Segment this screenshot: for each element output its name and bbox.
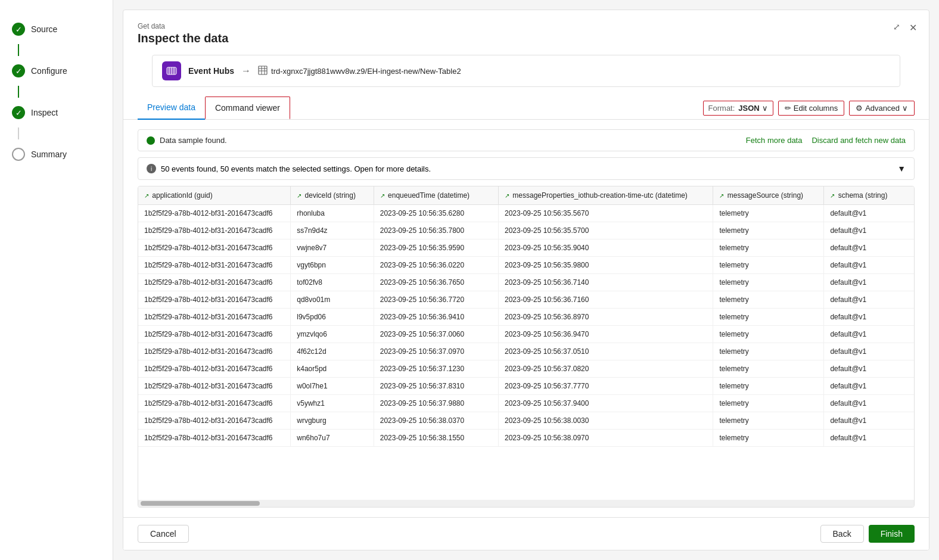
table-scroll-wrapper[interactable]: ↗ applicationId (guid) ↗ deviceId (strin…: [138, 186, 914, 500]
scrollbar-thumb[interactable]: [141, 501, 260, 506]
table-icon-container: trd-xgnxc7jjgt881wwv8w.z9/EH-ingest-new/…: [258, 66, 461, 77]
finish-button[interactable]: Finish: [869, 525, 915, 543]
table-cell: 1b2f5f29-a78b-4012-bf31-2016473cadf6: [138, 257, 291, 274]
table-cell: 2023-09-25 10:56:37.9400: [499, 395, 713, 412]
table-row: 1b2f5f29-a78b-4012-bf31-2016473cadf6wrvg…: [138, 412, 914, 430]
table-row: 1b2f5f29-a78b-4012-bf31-2016473cadf6vwjn…: [138, 239, 914, 257]
table-cell: 2023-09-25 10:56:38.0030: [499, 412, 713, 430]
col-header-enqueuedTime[interactable]: ↗ enqueuedTime (datetime): [374, 186, 498, 205]
status-left: Data sample found.: [147, 136, 227, 145]
col-header-schema[interactable]: ↗ schema (string): [824, 186, 914, 205]
tab-command-viewer[interactable]: Command viewer: [205, 97, 290, 120]
table-cell: 2023-09-25 10:56:37.0510: [499, 343, 713, 360]
table-row: 1b2f5f29-a78b-4012-bf31-2016473cadf6wn6h…: [138, 430, 914, 447]
source-label: Event Hubs: [188, 66, 234, 76]
sort-icon-enqueuedTime: ↗: [380, 192, 385, 199]
events-bar: i 50 events found, 50 events match the s…: [138, 157, 915, 180]
table-cell: default@v1: [824, 205, 914, 222]
horizontal-scrollbar[interactable]: [138, 500, 914, 507]
advanced-chevron-icon: ∨: [902, 104, 908, 113]
fetch-more-link[interactable]: Fetch more data: [746, 136, 803, 145]
table-cell: 2023-09-25 10:56:35.9590: [374, 239, 498, 257]
table-cell: k4aor5pd: [291, 360, 374, 378]
table-cell: 2023-09-25 10:56:37.0820: [499, 360, 713, 378]
connector-source-configure: [18, 44, 19, 56]
tab-preview-data[interactable]: Preview data: [138, 97, 205, 120]
connector-configure-inspect: [18, 86, 19, 98]
sidebar-item-summary[interactable]: Summary: [0, 139, 113, 169]
back-button[interactable]: Back: [820, 525, 864, 543]
table-cell: telemetry: [713, 309, 824, 326]
table-cell: 2023-09-25 10:56:37.8310: [374, 378, 498, 395]
table-cell: 2023-09-25 10:56:37.9880: [374, 395, 498, 412]
footer-left: Cancel: [138, 525, 189, 543]
col-header-applicationId[interactable]: ↗ applicationId (guid): [138, 186, 291, 205]
table-cell: 1b2f5f29-a78b-4012-bf31-2016473cadf6: [138, 343, 291, 360]
content-area: Data sample found. Fetch more data Disca…: [123, 120, 929, 517]
table-cell: 2023-09-25 10:56:35.9800: [499, 257, 713, 274]
sort-icon-messageSource: ↗: [719, 192, 724, 199]
table-cell: rhonluba: [291, 205, 374, 222]
sidebar-item-source[interactable]: ✓ Source: [0, 14, 113, 44]
main-content: Get data Inspect the data ⤢ ✕ Event Hubs…: [113, 0, 939, 560]
table-cell: 1b2f5f29-a78b-4012-bf31-2016473cadf6: [138, 239, 291, 257]
sidebar-item-inspect[interactable]: ✓ Inspect: [0, 98, 113, 127]
table-row: 1b2f5f29-a78b-4012-bf31-2016473cadf6tof0…: [138, 274, 914, 291]
table-cell: 2023-09-25 10:56:36.0220: [374, 257, 498, 274]
connector-inspect-summary: [18, 127, 19, 139]
col-header-messageSource[interactable]: ↗ messageSource (string): [713, 186, 824, 205]
cancel-button[interactable]: Cancel: [138, 525, 189, 543]
modal-header: Get data Inspect the data ⤢ ✕ Event Hubs…: [123, 10, 929, 97]
col-header-deviceId[interactable]: ↗ deviceId (string): [291, 186, 374, 205]
col-header-messageProperties[interactable]: ↗ messageProperties_iothub-creation-time…: [499, 186, 713, 205]
format-value: JSON: [738, 104, 759, 113]
configure-step-icon: ✓: [12, 64, 25, 77]
advanced-label: Advanced: [865, 104, 900, 113]
expand-button[interactable]: ⤢: [891, 20, 903, 34]
table-row: 1b2f5f29-a78b-4012-bf31-2016473cadf6qd8v…: [138, 291, 914, 309]
sidebar-item-configure[interactable]: ✓ Configure: [0, 56, 113, 86]
table-cell: telemetry: [713, 360, 824, 378]
table-cell: default@v1: [824, 239, 914, 257]
table-cell: default@v1: [824, 222, 914, 239]
table-cell: telemetry: [713, 395, 824, 412]
table-cell: 2023-09-25 10:56:36.7140: [499, 274, 713, 291]
data-table: ↗ applicationId (guid) ↗ deviceId (strin…: [138, 186, 914, 447]
table-row: 1b2f5f29-a78b-4012-bf31-2016473cadf6l9v5…: [138, 309, 914, 326]
sort-icon-schema: ↗: [830, 192, 835, 199]
table-cell: 2023-09-25 10:56:35.5670: [499, 205, 713, 222]
sort-icon-messageProperties: ↗: [505, 192, 509, 199]
table-cell: default@v1: [824, 430, 914, 447]
table-cell: 2023-09-25 10:56:38.0370: [374, 412, 498, 430]
inspect-step-icon: ✓: [12, 106, 25, 119]
events-chevron-icon[interactable]: ▼: [897, 164, 906, 173]
table-cell: default@v1: [824, 378, 914, 395]
edit-columns-button[interactable]: ✏ Edit columns: [778, 101, 844, 116]
table-row: 1b2f5f29-a78b-4012-bf31-2016473cadf6w0ol…: [138, 378, 914, 395]
table-cell: telemetry: [713, 257, 824, 274]
table-cell: 4f62c12d: [291, 343, 374, 360]
table-cell: 2023-09-25 10:56:37.0970: [374, 343, 498, 360]
event-hub-icon: [162, 61, 181, 80]
sample-found-text: Data sample found.: [160, 136, 227, 145]
table-cell: 2023-09-25 10:56:36.8970: [499, 309, 713, 326]
advanced-button[interactable]: ⚙ Advanced ∨: [849, 101, 915, 116]
format-select[interactable]: Format: JSON ∨: [703, 101, 773, 116]
table-row: 1b2f5f29-a78b-4012-bf31-2016473cadf64f62…: [138, 343, 914, 360]
table-cell: default@v1: [824, 343, 914, 360]
table-cell: wrvgburg: [291, 412, 374, 430]
table-cell: default@v1: [824, 395, 914, 412]
table-row: 1b2f5f29-a78b-4012-bf31-2016473cadf6ss7n…: [138, 222, 914, 239]
table-grid-icon: [258, 66, 268, 77]
table-cell: qd8vo01m: [291, 291, 374, 309]
source-path-bar: Event Hubs → trd-xgnxc7jjgt881wwv8w.z9/E…: [152, 55, 900, 87]
close-button[interactable]: ✕: [907, 20, 919, 36]
table-cell: 2023-09-25 10:56:36.7160: [499, 291, 713, 309]
table-cell: 2023-09-25 10:56:36.9410: [374, 309, 498, 326]
table-cell: default@v1: [824, 326, 914, 343]
discard-link[interactable]: Discard and fetch new data: [811, 136, 906, 145]
page-title: Inspect the data: [138, 32, 915, 45]
table-row: 1b2f5f29-a78b-4012-bf31-2016473cadf6vgyt…: [138, 257, 914, 274]
table-cell: wn6ho7u7: [291, 430, 374, 447]
table-cell: ss7n9d4z: [291, 222, 374, 239]
